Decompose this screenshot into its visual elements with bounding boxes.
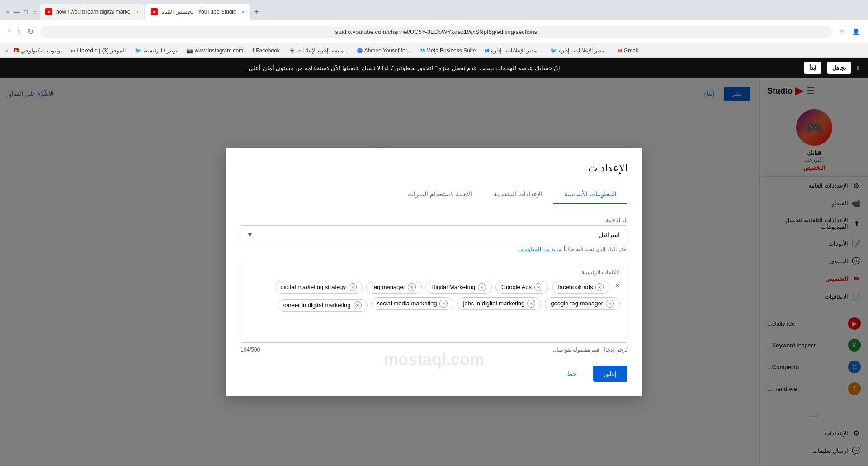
twitter-icon: 🐦 (135, 48, 142, 54)
keywords-field: الكلمات الرئيسية × × facebook ads × Goog… (241, 262, 627, 353)
forward-button[interactable]: › (15, 26, 23, 38)
tag-google-tag-manager-remove[interactable]: × (606, 300, 614, 308)
char-count: 194/500 (241, 347, 260, 353)
bookmark-linkedin[interactable]: in LinkedIn | الموجز (3) (67, 47, 129, 55)
tag-digital-marketing-remove[interactable]: × (478, 283, 486, 291)
tag-facebook-ads-remove[interactable]: × (595, 283, 604, 291)
notification-info-icon: ℹ (857, 65, 859, 71)
bookmark-twitter[interactable]: 🐦 تويتر \ الرئيسية (131, 47, 181, 55)
tag-social-media-remove[interactable]: × (439, 300, 448, 308)
tag-google-ads-remove[interactable]: × (534, 283, 542, 291)
bookmarks-bar: « يوتيوب - تكنولوجي in LinkedIn | الموجز… (0, 43, 868, 58)
window-min-btn[interactable]: — (13, 8, 21, 16)
keywords-section[interactable]: الكلمات الرئيسية × × facebook ads × Goog… (241, 262, 627, 343)
tag-tag-manager-remove[interactable]: × (408, 283, 416, 291)
tw2-icon: 🐦 (550, 48, 557, 54)
nav-controls: ‹ › ↻ (5, 26, 36, 38)
tag-google-ads-text: Google Ads (501, 284, 532, 290)
window-menu-btn[interactable]: ☰ (31, 8, 39, 16)
modal-tabs: المعلومات الأساسية الإعدادات المتقدمة ال… (241, 185, 627, 204)
keywords-label: الكلمات الرئيسية (248, 269, 620, 276)
bookmark-ads-label: منصة "إدارة الإعلانات... (297, 48, 348, 54)
bookmark-instagram-label: www.instagram.com (195, 48, 243, 54)
back-button[interactable]: ‹ (5, 26, 13, 38)
tag-tag-manager: × tag manager (366, 281, 422, 294)
bookmark-ads2-label: مدير الإعلانات - إدارة... (491, 48, 541, 54)
address-input[interactable] (40, 26, 833, 38)
tag-jobs-dm-remove[interactable]: × (527, 300, 535, 308)
meta2-icon: M (485, 48, 489, 53)
bookmark-linkedin-label: LinkedIn | الموجز (3) (77, 48, 126, 54)
bookmarks-toggle[interactable]: « (5, 48, 8, 53)
tag-tag-manager-text: tag manager (372, 284, 405, 290)
keywords-close-icon[interactable]: × (615, 281, 620, 290)
window-max-btn[interactable]: □ (22, 8, 30, 16)
bookmark-gmail[interactable]: M Gmail (614, 47, 642, 55)
tag-career-dm-remove[interactable]: × (354, 301, 362, 309)
bookmark-gmail-label: Gmail (624, 48, 638, 54)
notification-text: إنّ حسابك عرضة للهجمات بسبب عدم تفعيل مي… (9, 65, 798, 71)
yt-bookmark-icon (14, 48, 19, 52)
tag-jobs-dm-text: jobs in digital marketing (463, 300, 524, 307)
tab-1-label: how I would learn digital marke (56, 9, 131, 15)
tag-dm-strategy: × digital marketing strategy (275, 281, 363, 294)
more-info-link[interactable]: مزيد من المعلومات (518, 246, 561, 252)
tab-1[interactable]: how I would learn digital marke × (40, 4, 144, 20)
bookmark-ahmed-label: Ahmed Yousef for... (364, 48, 411, 54)
modal-next-button[interactable]: إغلق (593, 366, 627, 382)
tag-dm-strategy-text: digital marketing strategy (281, 284, 346, 290)
bookmark-meta-label: Meta Business Suite (426, 48, 476, 54)
modal-title: الإعدادات (241, 162, 627, 174)
bookmark-youtube[interactable]: يوتيوب - تكنولوجي (10, 47, 66, 55)
profile-button[interactable]: 👤 (849, 26, 863, 37)
linkedin-icon: in (71, 48, 75, 53)
country-hint: اختر البلد الذي تقيم فيه حالياً. مزيد من… (241, 246, 627, 252)
new-tab-button[interactable]: + (251, 6, 262, 18)
bookmark-youtube-label: يوتيوب - تكنولوجي (21, 48, 62, 54)
modal-footer: إغلق حظ (241, 366, 627, 382)
tab-advanced[interactable]: الإعدادات المتقدمة (483, 185, 553, 204)
bookmark-twitter-label: تويتر \ الرئيسية (143, 48, 177, 54)
country-label: بلد الإقامة (241, 217, 627, 223)
notification-bar: ℹ تجاهل ابدأ إنّ حسابك عرضة للهجمات بسبب… (0, 58, 868, 78)
tag-google-tag-manager-text: google tag manager (551, 300, 603, 307)
bookmark-ahmed[interactable]: Ahmed Yousef for... (354, 47, 415, 55)
notification-start-btn[interactable]: ابدأ (804, 62, 821, 74)
meta-icon: M (420, 48, 425, 53)
tag-google-ads: × Google Ads (495, 281, 548, 294)
bookmark-facebook-label: Facebook (256, 48, 280, 54)
country-field: بلد الإقامة إسرائيل ▼ اختر البلد الذي تق… (241, 217, 627, 252)
keywords-container: × × facebook ads × Google Ads × Digital (248, 281, 620, 312)
tag-dm-strategy-remove[interactable]: × (349, 283, 357, 291)
bookmark-meta[interactable]: M Meta Business Suite (417, 47, 480, 55)
bookmark-ads-mgr2[interactable]: M مدير الإعلانات - إدارة... (481, 47, 544, 55)
tab-2-close[interactable]: × (242, 9, 245, 14)
bookmark-tw2-label: مدير الإعلانات - إدارة... (559, 48, 609, 54)
tag-digital-marketing-text: Digital Marketing (431, 284, 475, 290)
settings-modal: الإعدادات المعلومات الأساسية الإعدادات ا… (226, 148, 642, 396)
tab-2-label: تخصيص القناة - YouTube Studio (161, 9, 236, 15)
country-select[interactable]: إسرائيل (241, 226, 627, 244)
bookmark-facebook[interactable]: f Facebook (249, 47, 283, 55)
circle-icon (357, 48, 363, 53)
window-close-btn[interactable]: × (4, 8, 12, 16)
tab-basic-info[interactable]: المعلومات الأساسية (553, 185, 627, 204)
notification-dismiss-btn[interactable]: تجاهل (827, 62, 851, 74)
tag-career-dm-text: career in digital marketing (283, 302, 351, 309)
bookmark-tw2[interactable]: 🐦 مدير الإعلانات - إدارة... (547, 47, 613, 55)
address-actions: ☆ 👤 (836, 26, 863, 37)
reload-button[interactable]: ↻ (25, 26, 36, 38)
modal-overlay: الإعدادات المعلومات الأساسية الإعدادات ا… (0, 78, 868, 466)
bookmark-button[interactable]: ☆ (836, 26, 848, 37)
facebook-icon: f (252, 48, 254, 54)
tab-2-favicon (151, 8, 158, 15)
tab-2[interactable]: تخصيص القناة - YouTube Studio × (145, 4, 250, 20)
country-select-wrapper[interactable]: إسرائيل ▼ (241, 225, 627, 244)
modal-cancel-button[interactable]: حظ (556, 366, 588, 382)
tab-eligibility[interactable]: الأهلية لاستخدام الميزات (397, 185, 483, 204)
bookmark-ads-mgr[interactable]: 👻 منصة "إدارة الإعلانات... (285, 47, 352, 55)
keywords-footer: يُرجى إدخال قيم مفصولة بفواصل. 194/500 (241, 347, 627, 353)
browser-chrome: × — □ ☰ how I would learn digital marke … (0, 0, 868, 58)
bookmark-instagram[interactable]: 📷 www.instagram.com (183, 47, 247, 55)
tab-1-close[interactable]: × (136, 9, 139, 14)
